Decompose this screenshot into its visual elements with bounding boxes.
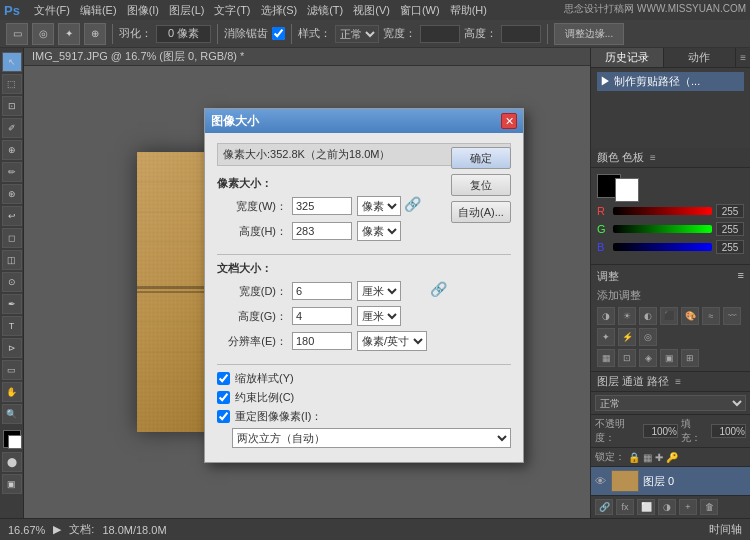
pixel-height-unit[interactable]: 像素 <box>357 221 401 241</box>
menu-help[interactable]: 帮助(H) <box>450 3 487 18</box>
layer-item[interactable]: 👁 图层 0 <box>591 467 750 495</box>
history-panel-menu[interactable]: ≡ <box>736 48 750 67</box>
doc-height-input[interactable] <box>292 307 352 325</box>
resample-method-select[interactable]: 两次立方（自动） <box>232 428 511 448</box>
menu-text[interactable]: 文字(T) <box>214 3 250 18</box>
width-toolbar-input[interactable] <box>420 25 460 43</box>
adj-icon-11[interactable]: ⊡ <box>618 349 636 367</box>
resample-checkbox[interactable] <box>217 410 230 423</box>
pixel-height-input[interactable] <box>292 222 352 240</box>
pixel-width-input[interactable] <box>292 197 352 215</box>
pixel-width-unit[interactable]: 像素 <box>357 196 401 216</box>
menu-file[interactable]: 文件(F) <box>34 3 70 18</box>
adj-icon-12[interactable]: ◈ <box>639 349 657 367</box>
tool-shape[interactable]: ▭ <box>2 360 22 380</box>
menu-filter[interactable]: 滤镜(T) <box>307 3 343 18</box>
dialog-auto-button[interactable]: 自动(A)... <box>451 201 511 223</box>
layer-link-btn[interactable]: 🔗 <box>595 499 613 515</box>
adj-icon-6[interactable]: 〰 <box>723 307 741 325</box>
fill-input[interactable] <box>711 424 746 438</box>
adj-icon-5[interactable]: ≈ <box>702 307 720 325</box>
dialog-close-button[interactable]: ✕ <box>501 113 517 129</box>
menu-layer[interactable]: 图层(L) <box>169 3 204 18</box>
menu-view[interactable]: 视图(V) <box>353 3 390 18</box>
doc-width-unit[interactable]: 厘米 <box>357 281 401 301</box>
layer-fx-btn[interactable]: fx <box>616 499 634 515</box>
layers-panel-menu[interactable]: ≡ <box>675 376 681 387</box>
layer-adj-btn[interactable]: ◑ <box>658 499 676 515</box>
bg-swatch[interactable] <box>615 178 639 202</box>
resolution-input[interactable] <box>292 332 352 350</box>
tool-crop[interactable]: ⊡ <box>2 96 22 116</box>
feather-input[interactable] <box>156 25 211 43</box>
layer-mask-btn[interactable]: ⬜ <box>637 499 655 515</box>
tool-magic-select[interactable]: ⬚ <box>2 74 22 94</box>
menu-select[interactable]: 选择(S) <box>261 3 298 18</box>
tool-brush[interactable]: ✏ <box>2 162 22 182</box>
tool-dodge[interactable]: ⊙ <box>2 272 22 292</box>
color-panel-menu[interactable]: ≡ <box>650 152 656 163</box>
opacity-input[interactable] <box>643 424 678 438</box>
toolbar-mode3-btn[interactable]: ✦ <box>58 23 80 45</box>
dialog-reset-button[interactable]: 复位 <box>451 174 511 196</box>
blend-mode-select[interactable]: 正常 <box>595 395 746 411</box>
screen-mode[interactable]: ▣ <box>2 474 22 494</box>
tool-eyedropper[interactable]: ✐ <box>2 118 22 138</box>
tool-path-select[interactable]: ⊳ <box>2 338 22 358</box>
history-tab[interactable]: 历史记录 <box>591 48 664 67</box>
adj-icon-3[interactable]: ⬛ <box>660 307 678 325</box>
adj-icon-4[interactable]: 🎨 <box>681 307 699 325</box>
adjust-edge-btn[interactable]: 调整边缘... <box>554 23 624 45</box>
scale-styles-checkbox[interactable] <box>217 372 230 385</box>
lock-move-icon[interactable]: ✚ <box>655 452 663 463</box>
adj-icon-10[interactable]: ▦ <box>597 349 615 367</box>
actions-tab[interactable]: 动作 <box>664 48 737 67</box>
r-value-input[interactable] <box>716 204 744 218</box>
layer-visibility-icon[interactable]: 👁 <box>595 475 607 487</box>
fg-color[interactable] <box>3 430 21 448</box>
dialog-ok-button[interactable]: 确定 <box>451 147 511 169</box>
resolution-unit[interactable]: 像素/英寸 <box>357 331 427 351</box>
tool-heal[interactable]: ⊕ <box>2 140 22 160</box>
layer-new-btn[interactable]: + <box>679 499 697 515</box>
constrain-proportions-checkbox[interactable] <box>217 391 230 404</box>
tool-pen[interactable]: ✒ <box>2 294 22 314</box>
toolbar-mode4-btn[interactable]: ⊕ <box>84 23 106 45</box>
layer-delete-btn[interactable]: 🗑 <box>700 499 718 515</box>
antialias-checkbox[interactable] <box>272 27 285 40</box>
tool-clone[interactable]: ⊛ <box>2 184 22 204</box>
doc-width-input[interactable] <box>292 282 352 300</box>
lock-all-icon[interactable]: 🔑 <box>666 452 678 463</box>
style-select[interactable]: 正常 <box>335 25 379 43</box>
adj-icon-9[interactable]: ◎ <box>639 328 657 346</box>
tool-text[interactable]: T <box>2 316 22 336</box>
adj-icon-0[interactable]: ◑ <box>597 307 615 325</box>
r-slider[interactable] <box>613 207 712 215</box>
tool-eraser[interactable]: ◻ <box>2 228 22 248</box>
adj-icon-14[interactable]: ⊞ <box>681 349 699 367</box>
g-slider[interactable] <box>613 225 712 233</box>
tool-gradient[interactable]: ◫ <box>2 250 22 270</box>
adj-icon-1[interactable]: ☀ <box>618 307 636 325</box>
toolbar-mode-btn[interactable]: ▭ <box>6 23 28 45</box>
tool-select[interactable]: ↖ <box>2 52 22 72</box>
adj-icon-13[interactable]: ▣ <box>660 349 678 367</box>
b-slider[interactable] <box>613 243 712 251</box>
tool-zoom[interactable]: 🔍 <box>2 404 22 424</box>
lock-icon[interactable]: 🔒 <box>628 452 640 463</box>
quick-mask[interactable]: ⬤ <box>2 452 22 472</box>
tool-hand[interactable]: ✋ <box>2 382 22 402</box>
adj-icon-2[interactable]: ◐ <box>639 307 657 325</box>
adj-icon-7[interactable]: ✦ <box>597 328 615 346</box>
menu-window[interactable]: 窗口(W) <box>400 3 440 18</box>
lock-fill-icon[interactable]: ▦ <box>643 452 652 463</box>
menu-edit[interactable]: 编辑(E) <box>80 3 117 18</box>
toolbar-mode2-btn[interactable]: ◎ <box>32 23 54 45</box>
adj-icon-8[interactable]: ⚡ <box>618 328 636 346</box>
height-toolbar-input[interactable] <box>501 25 541 43</box>
tool-history-brush[interactable]: ↩ <box>2 206 22 226</box>
adj-menu[interactable]: ≡ <box>738 269 744 284</box>
g-value-input[interactable] <box>716 222 744 236</box>
b-value-input[interactable] <box>716 240 744 254</box>
doc-height-unit[interactable]: 厘米 <box>357 306 401 326</box>
